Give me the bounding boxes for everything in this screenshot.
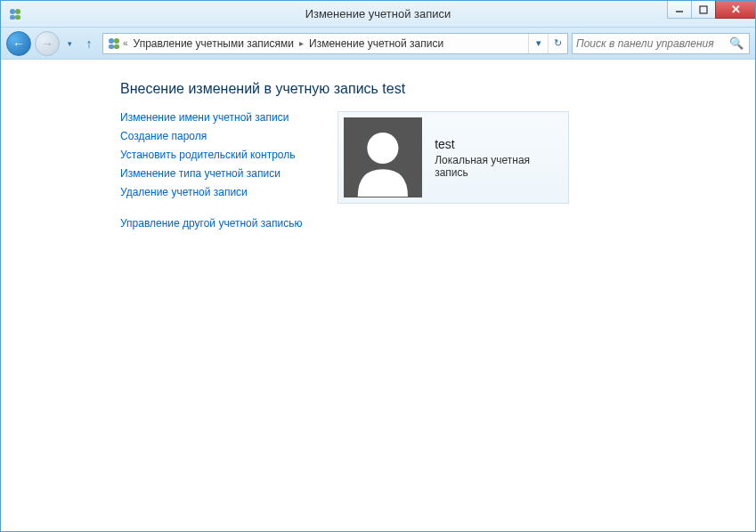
breadcrumb-seg1[interactable]: Управление учетными записями	[130, 37, 297, 50]
arrow-left-icon: ←	[12, 36, 25, 51]
account-type: Локальная учетная запись	[435, 154, 563, 179]
account-card: test Локальная учетная запись	[337, 111, 569, 204]
window-controls: ✕	[667, 1, 755, 19]
link-create-password[interactable]: Создание пароля	[120, 130, 302, 142]
svg-rect-9	[114, 44, 119, 49]
svg-rect-3	[15, 15, 20, 20]
svg-point-1	[15, 9, 20, 14]
svg-point-0	[10, 9, 15, 14]
svg-rect-2	[10, 15, 15, 20]
svg-point-7	[114, 38, 119, 44]
maximize-button[interactable]	[691, 1, 716, 19]
link-parental-controls[interactable]: Установить родительский контроль	[120, 149, 302, 161]
link-manage-another[interactable]: Управление другой учетной записью	[120, 217, 302, 230]
svg-rect-5	[700, 6, 707, 13]
arrow-right-icon: →	[41, 36, 53, 51]
chevron-right-icon: ▸	[297, 38, 305, 48]
link-change-type[interactable]: Изменение типа учетной записи	[120, 167, 302, 180]
app-icon	[8, 7, 22, 21]
avatar	[344, 117, 422, 197]
navbar: ← → ▾ ↑ « Управление учетными записями ▸…	[1, 28, 755, 60]
svg-point-11	[368, 133, 399, 164]
titlebar: Изменение учетной записи ✕	[1, 1, 755, 28]
minimize-button[interactable]	[667, 1, 692, 19]
link-delete-account[interactable]: Удаление учетной записи	[120, 186, 302, 198]
search-box[interactable]: 🔍	[572, 33, 750, 54]
svg-point-6	[109, 38, 114, 44]
breadcrumb-seg2[interactable]: Изменение учетной записи	[305, 37, 447, 50]
chevron-left-icon: «	[121, 38, 130, 48]
link-change-name[interactable]: Изменение имени учетной записи	[120, 111, 302, 124]
close-button[interactable]: ✕	[715, 1, 756, 19]
content: Внесение изменений в учетную запись test…	[1, 60, 755, 530]
addressbar[interactable]: « Управление учетными записями ▸ Изменен…	[102, 33, 568, 54]
search-icon[interactable]: 🔍	[728, 36, 745, 50]
refresh-icon: ↻	[554, 37, 562, 49]
search-input[interactable]	[576, 37, 728, 50]
arrow-up-icon: ↑	[86, 36, 93, 51]
minimize-icon	[675, 5, 684, 14]
refresh-button[interactable]: ↻	[548, 34, 567, 53]
page-heading: Внесение изменений в учетную запись test	[120, 81, 755, 97]
account-info: test Локальная учетная запись	[435, 137, 563, 179]
window-title: Изменение учетной записи	[305, 7, 451, 20]
maximize-icon	[699, 5, 708, 14]
account-name: test	[435, 137, 563, 151]
up-button[interactable]: ↑	[79, 34, 99, 53]
history-dropdown[interactable]: ▾	[63, 39, 76, 48]
chevron-down-icon: ▾	[536, 37, 541, 49]
avatar-placeholder-icon	[344, 117, 422, 197]
forward-button[interactable]: →	[35, 31, 60, 56]
close-icon: ✕	[731, 3, 741, 16]
addressbar-dropdown[interactable]: ▾	[528, 34, 548, 53]
users-icon	[103, 36, 121, 51]
back-button[interactable]: ←	[6, 31, 31, 56]
links-column: Изменение имени учетной записи Создание …	[120, 111, 302, 230]
svg-rect-8	[109, 44, 114, 49]
